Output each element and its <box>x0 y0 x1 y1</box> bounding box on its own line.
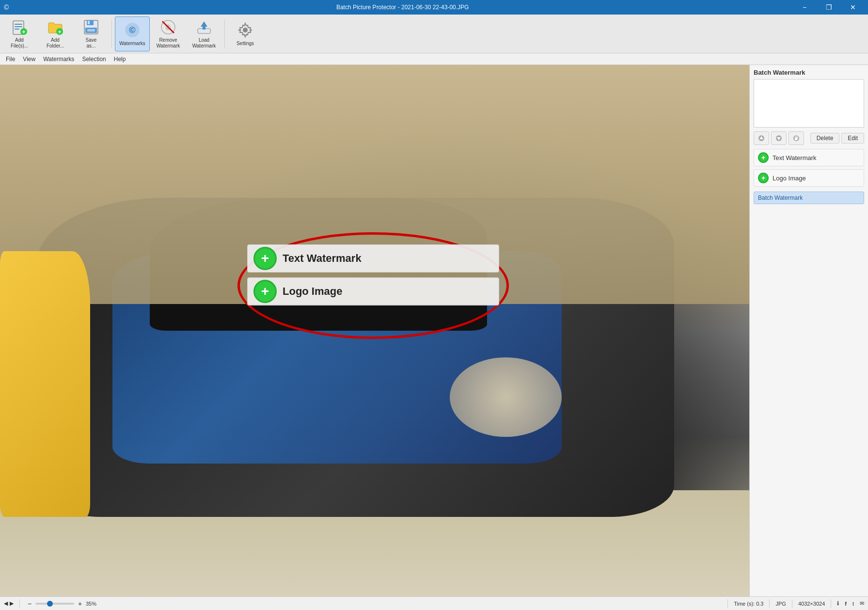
edit-button[interactable]: Edit <box>841 133 864 144</box>
add-files-button[interactable]: + AddFile(s)... <box>2 16 37 51</box>
batch-section: Batch Watermark <box>754 192 864 204</box>
zoom-thumb <box>47 601 53 607</box>
batch-section-label: Batch Watermark <box>758 194 803 201</box>
title-bar: © Batch Picture Protector - 2021-06-30 2… <box>0 0 868 15</box>
remove-watermark-label: RemoveWatermark <box>157 37 180 49</box>
watermarks-label: Watermarks <box>119 41 145 47</box>
status-sep-5 <box>831 599 831 608</box>
svg-rect-12 <box>87 29 95 32</box>
logo-image-panel-label: Logo Image <box>773 175 806 182</box>
nav-next-btn[interactable]: ▶ <box>10 600 14 607</box>
svg-rect-3 <box>15 29 19 30</box>
menu-view[interactable]: View <box>19 55 39 64</box>
add-folder-label: AddFolder... <box>47 37 64 49</box>
resolution-label: 4032×3024 <box>798 601 825 607</box>
svg-text:+: + <box>58 29 61 35</box>
text-watermark-overlay-label: Text Watermark <box>283 252 499 265</box>
twitter-icon[interactable]: t <box>852 601 854 607</box>
zoom-value: 35% <box>86 601 96 607</box>
settings-icon <box>237 21 254 39</box>
help-icon[interactable]: ℹ <box>837 600 839 607</box>
panel-icon-btn-1[interactable] <box>754 131 769 145</box>
email-icon[interactable]: ✉ <box>860 600 864 607</box>
panel-icon-btn-3[interactable] <box>789 131 804 145</box>
text-watermark-button-overlay[interactable]: + Text Watermark <box>247 244 499 273</box>
text-watermark-panel-plus: + <box>758 152 769 163</box>
menubar: File View Watermarks Selection Help <box>0 53 868 65</box>
text-watermark-plus-icon: + <box>253 247 277 270</box>
watermarks-icon: © <box>124 21 141 39</box>
add-folder-icon: + <box>47 19 64 35</box>
svg-point-21 <box>243 28 248 32</box>
format-label: JPG <box>775 601 786 607</box>
logo-image-panel-plus: + <box>758 173 769 183</box>
right-panel: Batch Watermark Delete Edit + Text Water… <box>749 65 868 596</box>
watermark-buttons-overlay: + Text Watermark + Logo Image <box>247 244 499 305</box>
nav-prev-btn[interactable]: ◀ <box>4 600 8 607</box>
window-title: Batch Picture Protector - 2021-06-30 22-… <box>12 4 793 11</box>
settings-button[interactable]: Settings <box>228 16 263 51</box>
save-as-button[interactable]: Saveas... <box>74 16 109 51</box>
minimize-button[interactable]: − <box>793 0 816 15</box>
status-sep-2 <box>727 599 728 608</box>
svg-text:©: © <box>129 25 135 35</box>
logo-image-plus-icon: + <box>253 280 277 303</box>
zoom-slider[interactable] <box>35 603 74 605</box>
remove-watermark-icon: © <box>159 19 177 35</box>
toolbar-separator-1 <box>111 19 112 48</box>
svg-rect-20 <box>203 26 205 30</box>
text-watermark-panel-label: Text Watermark <box>773 154 817 161</box>
watermarks-button[interactable]: © Watermarks <box>115 16 150 51</box>
svg-rect-2 <box>15 26 22 27</box>
toolbar: + AddFile(s)... + AddFolder... Saveas...… <box>0 15 868 53</box>
svg-rect-1 <box>15 24 22 25</box>
menu-selection[interactable]: Selection <box>78 55 110 64</box>
status-bar: ◀ ▶ − + 35% Time (s): 0.3 JPG 4032×3024 … <box>0 596 868 610</box>
load-watermark-icon <box>195 19 213 35</box>
status-sep-4 <box>792 599 792 608</box>
status-sep-3 <box>769 599 770 608</box>
app-icon: © <box>4 3 9 11</box>
svg-text:+: + <box>22 29 25 35</box>
batch-watermark-preview <box>754 79 864 128</box>
menu-file[interactable]: File <box>2 55 19 64</box>
menu-watermarks[interactable]: Watermarks <box>39 55 78 64</box>
status-sep-1 <box>19 599 20 608</box>
batch-watermark-title: Batch Watermark <box>754 69 864 76</box>
zoom-control: − + 35% <box>26 600 96 608</box>
text-watermark-panel-item[interactable]: + Text Watermark <box>754 149 864 166</box>
image-area: + Text Watermark + Logo Image <box>0 65 749 596</box>
facebook-icon[interactable]: f <box>845 601 847 607</box>
logo-image-button-overlay[interactable]: + Logo Image <box>247 277 499 305</box>
car-image <box>0 65 749 596</box>
zoom-minus-btn[interactable]: − <box>26 600 33 608</box>
add-files-icon: + <box>11 19 28 35</box>
batch-section-item[interactable]: Batch Watermark <box>754 192 864 204</box>
zoom-plus-btn[interactable]: + <box>76 600 84 608</box>
time-label: Time (s): 0.3 <box>734 601 763 607</box>
add-folder-button[interactable]: + AddFolder... <box>38 16 73 51</box>
remove-watermark-button[interactable]: © RemoveWatermark <box>151 16 186 51</box>
delete-button[interactable]: Delete <box>810 133 840 144</box>
panel-toolbar: Delete Edit <box>754 131 864 145</box>
logo-image-overlay-label: Logo Image <box>283 285 499 298</box>
svg-rect-10 <box>88 21 90 24</box>
panel-icon-btn-2[interactable] <box>771 131 787 145</box>
close-button[interactable]: ✕ <box>842 0 864 15</box>
save-as-icon <box>82 19 100 35</box>
menu-help[interactable]: Help <box>110 55 130 64</box>
restore-button[interactable]: ❐ <box>818 0 840 15</box>
window-controls: − ❐ ✕ <box>793 0 864 15</box>
main-layout: + Text Watermark + Logo Image Batch Wate… <box>0 65 868 596</box>
nav-controls: ◀ ▶ <box>4 600 14 607</box>
toolbar-separator-2 <box>224 19 225 48</box>
logo-image-panel-item[interactable]: + Logo Image <box>754 169 864 187</box>
load-watermark-label: LoadWatermark <box>192 37 216 49</box>
settings-label: Settings <box>237 41 254 47</box>
add-files-label: AddFile(s)... <box>11 37 28 49</box>
save-as-label: Saveas... <box>86 37 97 49</box>
load-watermark-button[interactable]: LoadWatermark <box>187 16 221 51</box>
